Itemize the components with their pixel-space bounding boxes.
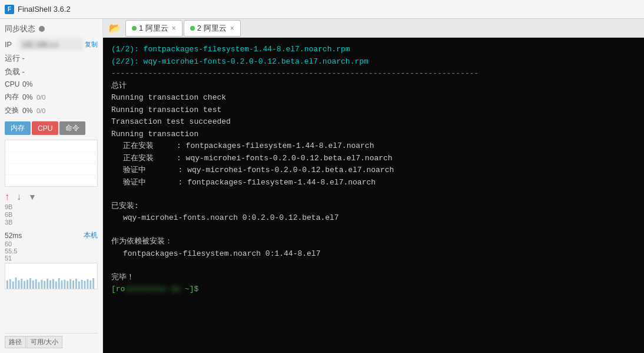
net-label-3b: 3B [5, 219, 98, 226]
cpu-tab-button[interactable]: CPU [32, 121, 58, 135]
svg-rect-31 [84, 281, 86, 289]
net-scale-labels: 9B 6B 3B [5, 203, 98, 226]
tab-1-status-dot [132, 26, 137, 31]
svg-rect-16 [41, 280, 42, 289]
svg-rect-18 [47, 279, 48, 289]
main-container: 同步状态 IP 192.168.x.x 复制 运行 - 负载 - CPU 0% … [0, 19, 644, 353]
ping-num-60: 60 [5, 240, 98, 248]
cpu-value: 0% [22, 80, 34, 88]
tab-1-label: 1 阿里云 [139, 23, 168, 34]
svg-rect-23 [61, 281, 63, 289]
svg-rect-19 [49, 281, 51, 289]
svg-rect-22 [58, 278, 60, 289]
network-section: ↑ ↓ ▼ 9B 6B 3B [5, 192, 98, 227]
svg-rect-17 [44, 281, 45, 289]
term-line-5: Running transaction check [111, 92, 636, 104]
mem-fraction: 0/0 [36, 94, 45, 101]
svg-rect-24 [64, 280, 65, 289]
term-prompt-line: [roxxxxxxxxx ao ~]$ [111, 283, 636, 295]
size-button[interactable]: 可用/大小 [26, 336, 62, 348]
path-button[interactable]: 路径 [5, 336, 26, 348]
term-line-9: 正在安装 : fontpackages-filesystem-1.44-8.el… [111, 140, 636, 152]
running-row: 运行 - [5, 53, 98, 64]
swap-bar-container: 0% 0/0 [22, 107, 98, 115]
resource-chart [5, 140, 98, 187]
folder-icon[interactable]: 📂 [105, 21, 124, 35]
tab-2-label: 2 阿里云 [197, 23, 227, 34]
ping-num-555: 55.5 [5, 248, 98, 255]
svg-rect-34 [92, 278, 94, 289]
ping-value: 52ms [5, 232, 22, 240]
swap-value: 0% [22, 107, 34, 115]
tab-2-close-button[interactable]: × [230, 24, 234, 32]
terminal[interactable]: (1/2): fontpackages-filesystem-1.44-8.el… [103, 38, 644, 353]
svg-rect-11 [26, 280, 28, 289]
tab-1-close-button[interactable]: × [172, 24, 176, 32]
view-tab-buttons: 内存 CPU 命令 [5, 121, 98, 135]
cpu-row: CPU 0% [5, 80, 98, 88]
svg-rect-6 [12, 282, 14, 289]
svg-rect-28 [75, 279, 77, 289]
prompt-prefix: [ro [111, 285, 125, 293]
ping-row: 52ms 本机 [5, 230, 98, 240]
app-icon: F [5, 5, 14, 14]
cpu-bar-container: 0% [22, 80, 98, 88]
ping-chart [5, 263, 98, 289]
prompt-suffix: ~]$ [180, 285, 198, 293]
tab-1[interactable]: 1 阿里云 × [125, 20, 182, 37]
term-line-17: 完毕！ [111, 272, 636, 283]
term-line-13: 已安装: [111, 200, 636, 212]
svg-rect-5 [9, 279, 11, 289]
svg-rect-15 [38, 282, 40, 289]
term-line-8: Running transaction [111, 128, 636, 140]
run-label: 运行 - [5, 53, 25, 64]
svg-rect-13 [32, 281, 34, 289]
copy-button[interactable]: 复制 [85, 40, 98, 49]
svg-rect-26 [69, 279, 71, 289]
term-line-14: wqy-microhei-fonts.noarch 0:0.2.0-0.12.b… [111, 212, 636, 224]
svg-rect-30 [81, 280, 83, 289]
download-arrow-icon: ↓ [16, 192, 21, 202]
memory-tab-button[interactable]: 内存 [5, 121, 31, 135]
svg-rect-25 [67, 281, 68, 289]
prompt-user-blurred: xxxxxxxxx ao [125, 283, 180, 295]
tabs-bar: 📂 1 阿里云 × 2 阿里云 × [103, 19, 644, 38]
sync-label: 同步状态 [5, 24, 35, 34]
ping-scale: 60 55.5 51 [5, 240, 98, 262]
svg-rect-7 [15, 278, 17, 289]
sync-status: 同步状态 [5, 24, 98, 34]
svg-rect-8 [18, 281, 19, 289]
term-line-10: 正在安装 : wqy-microhei-fonts-0.2.0-0.12.bet… [111, 153, 636, 164]
ping-section: 52ms 本机 60 55.5 51 [5, 230, 98, 289]
ip-row: IP 192.168.x.x 复制 [5, 39, 98, 50]
path-bar: 路径 可用/大小 [5, 333, 98, 348]
ping-label: 本机 [84, 230, 98, 240]
tab-2-status-dot [190, 26, 195, 31]
title-bar: F FinalShell 3.6.2 [0, 0, 644, 19]
app-title: FinalShell 3.6.2 [18, 5, 71, 14]
term-line-16: fontpackages-filesystem.noarch 0:1.44-8.… [111, 248, 636, 260]
ip-value: 192.168.x.x [19, 39, 82, 50]
upload-arrow-icon: ↑ [5, 192, 9, 202]
svg-rect-29 [78, 282, 80, 289]
cmd-tab-button[interactable]: 命令 [59, 121, 85, 135]
load-label: 负载 - [5, 67, 25, 77]
content-area: 📂 1 阿里云 × 2 阿里云 × (1/2): fontpackages-fi… [103, 19, 644, 353]
term-line-11: 验证中 : wqy-microhei-fonts-0.2.0-0.12.beta… [111, 164, 636, 176]
ip-label: IP [5, 40, 16, 49]
term-line-12: 验证中 : fontpackages-filesystem-1.44-8.el7… [111, 177, 636, 189]
term-line-1: (1/2): fontpackages-filesystem-1.44-8.el… [111, 44, 636, 55]
swap-row: 交换 0% 0/0 [5, 105, 98, 116]
mem-bar-container: 0% 0/0 [22, 93, 98, 101]
cpu-label: CPU [5, 80, 22, 88]
svg-rect-10 [24, 281, 25, 289]
mem-value: 0% [22, 93, 34, 101]
mem-row: 内存 0% 0/0 [5, 92, 98, 102]
svg-rect-27 [72, 281, 74, 289]
term-line-4: 总计 [111, 80, 636, 92]
tab-2[interactable]: 2 阿里云 × [184, 20, 241, 37]
swap-label: 交换 [5, 105, 22, 116]
network-arrows: ↑ ↓ ▼ [5, 192, 98, 202]
sidebar: 同步状态 IP 192.168.x.x 复制 运行 - 负载 - CPU 0% … [0, 19, 103, 353]
term-line-6: Running transaction test [111, 104, 636, 116]
